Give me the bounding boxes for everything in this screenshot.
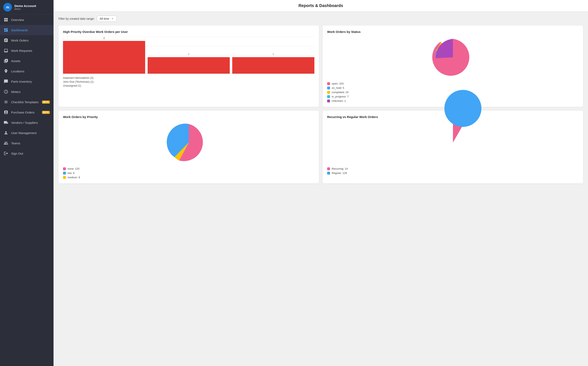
sidebar-label-vendors-suppliers: Vendors / Suppliers: [11, 121, 38, 124]
sidebar-item-assets[interactable]: Assets: [0, 56, 54, 66]
recurring-pie-wrapper: [432, 122, 474, 164]
svg-rect-0: [4, 18, 6, 20]
account-header[interactable]: IN Demo Account demo: [0, 0, 54, 15]
sidebar-label-purchase-orders: Purchase Orders: [11, 111, 34, 114]
purchase-icon: [4, 110, 8, 114]
bar-legend-2: Unassigned (1): [63, 84, 314, 87]
legend-label-on-hold: on_hold: 5: [332, 86, 344, 90]
sidebar-item-parts-inventory[interactable]: Parts Inventory: [0, 76, 54, 87]
bar-value-2: 1: [273, 53, 274, 56]
bar-chart-area: 2 1 1: [63, 37, 314, 87]
filter-bar: Filter by created date range: All time: [58, 16, 583, 22]
slice-unknown: [436, 39, 453, 58]
priority-legend: none: 120 low: 6 medium: 8: [63, 167, 314, 179]
priority-pie-container: none: 120 low: 6 medium: 8: [63, 122, 314, 179]
sidebar-item-purchase-orders[interactable]: Purchase Orders BETA: [0, 107, 54, 117]
priority-pie-card: Work Orders by Priority: [58, 111, 319, 183]
legend-item-recurring: Recurring: 14: [327, 167, 579, 170]
legend-dot-regular: [327, 172, 330, 175]
legend-item-none: none: 120: [63, 167, 314, 170]
meters-icon: [4, 90, 8, 94]
status-pie-wrapper: [432, 37, 474, 79]
legend-dot-unknown: [327, 99, 330, 102]
checklist-beta-badge: BETA: [42, 100, 50, 104]
legend-dot-medium: [63, 176, 66, 179]
assets-icon: [4, 59, 8, 63]
legend-label-none: none: 120: [68, 167, 79, 170]
sidebar-item-user-management[interactable]: User Management: [0, 128, 54, 138]
account-sub: demo: [14, 8, 36, 10]
sidebar-item-vendors-suppliers[interactable]: Vendors / Suppliers: [0, 117, 54, 128]
bar-1: [148, 57, 230, 74]
sidebar-label-parts-inventory: Parts Inventory: [11, 80, 32, 83]
legend-item-medium: medium: 8: [63, 176, 314, 179]
slice-regular: [444, 90, 481, 143]
teams-icon: [4, 141, 8, 145]
legend-dot-open: [327, 82, 330, 85]
bar-group-1: 1: [148, 37, 230, 74]
legend-item-low: low: 6: [63, 171, 314, 175]
slice-recurring: [453, 124, 462, 143]
sidebar-label-dashboards: Dashboards: [11, 28, 28, 32]
sidebar-item-dashboards[interactable]: Dashboards: [0, 25, 54, 35]
date-range-value: All time: [100, 17, 109, 20]
legend-label-low: low: 6: [68, 171, 74, 175]
legend-item-regular: Regular: 126: [327, 171, 579, 175]
signout-icon: [4, 151, 8, 156]
bar-value-0: 2: [103, 37, 105, 40]
legend-dot-recurring: [327, 167, 330, 170]
legend-item-on-hold: on_hold: 5: [327, 86, 579, 90]
chevron-down-icon: [111, 17, 114, 20]
legend-dot-completed: [327, 91, 330, 94]
sidebar-label-teams: Teams: [11, 141, 20, 145]
sidebar-item-work-requests[interactable]: Work Requests: [0, 46, 54, 56]
sidebar-item-teams[interactable]: Teams: [0, 138, 54, 148]
sidebar: IN Demo Account demo Overview Dashboards…: [0, 0, 54, 366]
recurring-pie-svg: [432, 122, 474, 163]
legend-label-recurring: Recurring: 14: [332, 167, 348, 170]
bar-group-2: 1: [232, 37, 314, 74]
truck-icon: [4, 120, 8, 125]
sidebar-label-work-orders: Work Orders: [11, 39, 29, 42]
checklist-icon: [4, 100, 8, 104]
grid-icon: [4, 17, 8, 22]
account-name: Demo Account: [14, 4, 36, 8]
svg-rect-2: [4, 20, 6, 21]
sidebar-label-sign-out: Sign Out: [11, 152, 23, 155]
legend-dot-in-progress: [327, 95, 330, 98]
legend-label-open: open: 103: [332, 82, 344, 85]
location-icon: [4, 69, 8, 73]
priority-pie-svg: [168, 122, 209, 163]
legend-label-in-progress: in_progress: 7: [332, 95, 349, 98]
legend-label-unknown: Unknown: 1: [332, 99, 346, 102]
legend-item-open: open: 103: [327, 82, 579, 85]
bar-legend-0: iniaarsen+demoadmin (2): [63, 76, 314, 79]
legend-label-regular: Regular: 126: [332, 171, 347, 175]
priority-pie-title: Work Orders by Priority: [63, 115, 314, 119]
bar-group-0: 2: [63, 37, 145, 74]
sidebar-item-overview[interactable]: Overview: [0, 15, 54, 25]
bar-legend-1: John Doe (Technician) (1): [63, 80, 314, 83]
sidebar-item-sign-out[interactable]: Sign Out: [0, 148, 54, 159]
sidebar-label-meters: Meters: [11, 90, 21, 93]
svg-rect-3: [6, 20, 8, 21]
recurring-legend: Recurring: 14 Regular: 126: [327, 167, 579, 175]
purchase-beta-badge: BETA: [42, 111, 50, 114]
parts-icon: [4, 79, 8, 84]
sidebar-item-checklist-templates[interactable]: Checklist Templates BETA: [0, 97, 54, 107]
sidebar-item-locations[interactable]: Locations: [0, 66, 54, 76]
sidebar-item-work-orders[interactable]: Work Orders: [0, 35, 54, 46]
sidebar-label-work-requests: Work Requests: [11, 49, 32, 53]
bar-legend: iniaarsen+demoadmin (2) John Doe (Techni…: [63, 76, 314, 87]
legend-label-medium: medium: 8: [68, 176, 80, 179]
date-range-select[interactable]: All time: [97, 16, 117, 22]
page-title: Reports & Dashboards: [59, 3, 582, 8]
user-icon: [4, 130, 8, 135]
topbar: Reports & Dashboards: [54, 0, 588, 12]
bar-value-1: 1: [188, 53, 189, 56]
bar-chart-grid: 2 1 1: [63, 37, 314, 74]
legend-label-completed: completed: 24: [332, 91, 349, 94]
legend-dot-none: [63, 167, 66, 170]
sidebar-item-meters[interactable]: Meters: [0, 87, 54, 97]
bar-2: [232, 57, 314, 74]
